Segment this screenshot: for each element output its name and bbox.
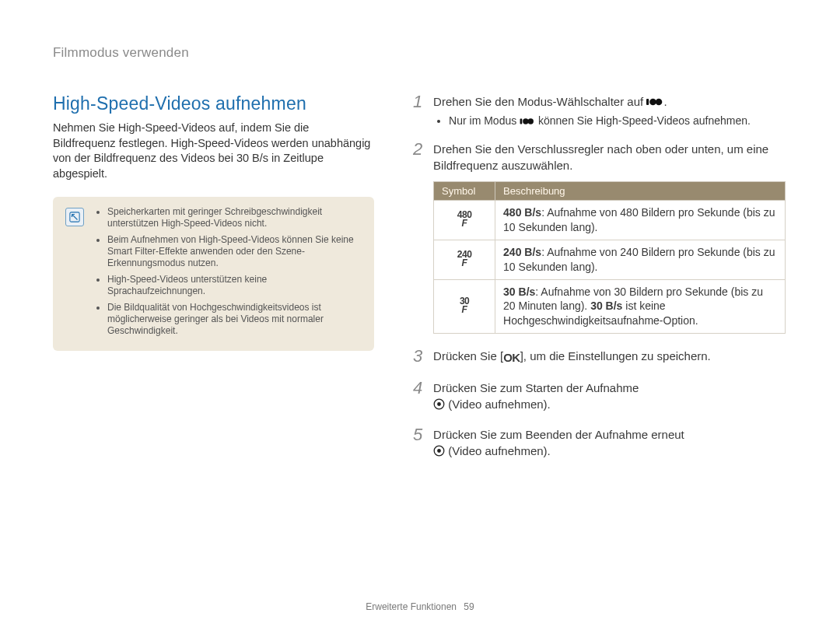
step-4-text: Drücken Sie zum Starten der Aufnahme (Vi… <box>433 380 786 412</box>
ok-icon: OK <box>503 349 520 366</box>
section-title: High-Speed-Videos aufnehmen <box>53 93 374 114</box>
step-5-text: Drücken Sie zum Beenden der Aufnahme ern… <box>433 426 786 459</box>
left-column: High-Speed-Videos aufnehmen Nehmen Sie H… <box>53 93 374 473</box>
step-3-text: Drücken Sie [OK], um die Einstellungen z… <box>433 348 786 366</box>
step-1-subitem: Nur im Modus können Sie High-Speed-Video… <box>449 114 786 127</box>
page-footer: Erweiterte Funktionen 59 <box>0 601 840 612</box>
fps-desc-480: 480 B/s: Aufnahme von 480 Bildern pro Se… <box>495 201 786 240</box>
record-icon <box>433 398 445 410</box>
fps-symbol-240: 240F <box>434 240 495 279</box>
table-head-desc: Beschreibung <box>495 182 786 201</box>
note-item: Beim Aufnehmen von High-Speed-Videos kön… <box>107 234 362 269</box>
step-5: Drücken Sie zum Beenden der Aufnahme ern… <box>408 426 786 459</box>
svg-point-2 <box>650 99 657 106</box>
step-4: Drücken Sie zum Starten der Aufnahme (Vi… <box>408 380 786 412</box>
svg-point-5 <box>523 118 528 124</box>
svg-rect-1 <box>646 99 649 105</box>
table-row: 480F 480 B/s: Aufnahme von 480 Bildern p… <box>434 201 786 240</box>
step-1-text: Drehen Sie den Modus-Wählschalter auf . <box>433 93 786 110</box>
movie-mode-icon <box>520 117 535 126</box>
step-4-after: (Video aufnehmen). <box>448 398 550 411</box>
step-4-line1: Drücken Sie zum Starten der Aufnahme <box>433 381 639 394</box>
note-item: Speicherkarten mit geringer Schreibgesch… <box>107 206 362 229</box>
breadcrumb: Filmmodus verwenden <box>53 45 786 61</box>
fps-symbol-480: 480F <box>434 201 495 240</box>
step-1: Drehen Sie den Modus-Wählschalter auf . … <box>408 93 786 127</box>
step-3-after: ], um die Einstellungen zu speichern. <box>520 349 711 363</box>
intro-paragraph: Nehmen Sie High-Speed-Videos auf, indem … <box>53 121 374 181</box>
svg-point-10 <box>437 449 441 453</box>
svg-point-6 <box>528 118 534 124</box>
table-row: 30F 30 B/s: Aufnahme von 30 Bildern pro … <box>434 279 786 334</box>
step-2: Drehen Sie den Verschlussregler nach obe… <box>408 141 786 334</box>
note-box: Speicherkarten mit geringer Schreibgesch… <box>53 197 374 351</box>
fps-desc-240: 240 B/s: Aufnahme von 240 Bildern pro Se… <box>495 240 786 279</box>
note-icon <box>65 208 84 226</box>
step-5-after: (Video aufnehmen). <box>448 444 550 457</box>
step-1-sub-after: können Sie High-Speed-Videos aufnehmen. <box>538 114 751 127</box>
table-head-symbol: Symbol <box>434 182 495 201</box>
svg-point-8 <box>437 402 441 406</box>
step-3-before: Drücken Sie [ <box>433 349 503 363</box>
step-2-text: Drehen Sie den Verschlussregler nach obe… <box>433 141 786 173</box>
note-list: Speicherkarten mit geringer Schreibgesch… <box>95 206 362 342</box>
record-icon <box>433 445 445 457</box>
svg-rect-4 <box>520 119 523 124</box>
note-item: Die Bildqualität von Hochgeschwindigkeit… <box>107 302 362 337</box>
step-1-sublist: Nur im Modus können Sie High-Speed-Video… <box>433 114 786 127</box>
footer-page-number: 59 <box>464 601 474 612</box>
fps-symbol-30: 30F <box>434 279 495 334</box>
svg-point-3 <box>656 99 663 106</box>
step-3: Drücken Sie [OK], um die Einstellungen z… <box>408 348 786 366</box>
step-1-after: . <box>663 95 667 108</box>
fps-table: Symbol Beschreibung 480F 480 B/s: Aufnah… <box>433 181 786 334</box>
page-root: Filmmodus verwenden High-Speed-Videos au… <box>0 0 840 634</box>
steps-list: Drehen Sie den Modus-Wählschalter auf . … <box>408 93 786 459</box>
step-1-sub-before: Nur im Modus <box>449 114 520 127</box>
footer-section: Erweiterte Funktionen <box>366 601 457 612</box>
right-column: Drehen Sie den Modus-Wählschalter auf . … <box>408 93 786 473</box>
note-item: High-Speed-Videos unterstützen keine Spr… <box>107 274 362 297</box>
step-1-before: Drehen Sie den Modus-Wählschalter auf <box>433 95 646 108</box>
movie-mode-icon <box>646 96 663 107</box>
content-columns: High-Speed-Videos aufnehmen Nehmen Sie H… <box>53 93 786 473</box>
fps-desc-30: 30 B/s: Aufnahme von 30 Bildern pro Seku… <box>495 279 786 334</box>
table-row: 240F 240 B/s: Aufnahme von 240 Bildern p… <box>434 240 786 279</box>
step-5-line1: Drücken Sie zum Beenden der Aufnahme ern… <box>433 428 684 441</box>
